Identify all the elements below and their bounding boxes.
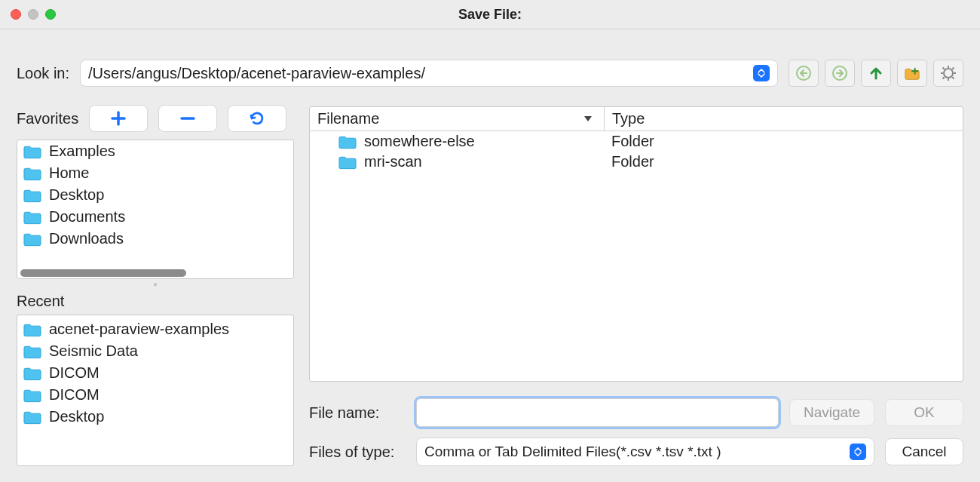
list-item-label: acenet-paraview-examples — [49, 321, 229, 338]
list-item[interactable]: Desktop — [17, 406, 293, 428]
list-item-label: DICOM — [49, 364, 100, 382]
table-row[interactable]: mri-scanFolder — [310, 152, 963, 172]
folder-icon — [23, 322, 41, 337]
dropdown-icon[interactable] — [850, 444, 866, 460]
list-item[interactable]: acenet-paraview-examples — [17, 318, 293, 340]
ok-button-label: OK — [914, 404, 934, 421]
favorites-remove-button[interactable] — [158, 105, 217, 132]
filetype-combo[interactable]: Comma or Tab Delimited Files(*.csv *.tsv… — [416, 437, 874, 466]
settings-button[interactable] — [933, 60, 963, 87]
folder-icon — [23, 210, 41, 225]
filename-input[interactable] — [416, 398, 779, 427]
titlebar: Save File: — [0, 0, 980, 29]
file-name: somewhere-else — [364, 133, 475, 150]
list-item[interactable]: Documents — [17, 206, 293, 228]
list-item-label: Home — [49, 164, 89, 182]
navigate-button-label: Navigate — [804, 404, 860, 421]
list-item[interactable]: DICOM — [17, 362, 293, 384]
recent-label: Recent — [17, 293, 294, 310]
splitter-handle[interactable]: ● — [17, 279, 294, 290]
file-name: mri-scan — [364, 153, 422, 170]
cancel-button-label: Cancel — [902, 444, 946, 460]
list-item-label: DICOM — [49, 386, 100, 404]
folder-icon — [23, 188, 41, 203]
folder-icon — [338, 134, 357, 149]
lookin-label: Look in: — [17, 65, 69, 82]
folder-icon — [23, 144, 41, 159]
favorites-refresh-button[interactable] — [228, 105, 286, 132]
list-item[interactable]: Downloads — [17, 228, 293, 250]
new-folder-button[interactable] — [897, 60, 927, 87]
table-row[interactable]: somewhere-elseFolder — [310, 131, 963, 152]
list-item-label: Desktop — [49, 186, 104, 204]
filename-label: File name: — [309, 404, 406, 422]
folder-icon — [338, 155, 357, 170]
list-item[interactable]: Examples — [17, 140, 293, 162]
favorites-label: Favorites — [17, 110, 78, 127]
scrollbar-horizontal[interactable] — [20, 269, 186, 277]
minimize-window-icon — [28, 9, 38, 20]
list-item-label: Examples — [49, 143, 115, 160]
column-header-filename-label: Filename — [317, 110, 379, 127]
list-item-label: Documents — [49, 208, 125, 226]
column-header-type-label: Type — [612, 110, 645, 127]
list-item[interactable]: Seismic Data — [17, 340, 293, 362]
column-header-filename[interactable]: Filename — [310, 107, 604, 130]
folder-icon — [23, 388, 41, 403]
lookin-combo[interactable]: /Users/angus/Desktop/acenet-paraview-exa… — [80, 60, 778, 87]
sort-desc-icon — [584, 116, 592, 121]
filetype-label: Files of type: — [309, 444, 406, 461]
zoom-window-icon[interactable] — [45, 9, 56, 20]
dropdown-icon[interactable] — [753, 65, 770, 81]
folder-icon — [23, 410, 41, 425]
folder-icon — [23, 366, 41, 381]
navigate-button[interactable]: Navigate — [789, 399, 874, 426]
window-title: Save File: — [0, 7, 980, 23]
folder-icon — [23, 166, 41, 181]
filetype-value: Comma or Tab Delimited Files(*.csv *.tsv… — [424, 444, 721, 460]
recent-list[interactable]: acenet-paraview-examplesSeismic DataDICO… — [17, 315, 294, 466]
file-list[interactable]: Filename Type somewhere-elseFoldermri-sc… — [309, 106, 963, 382]
close-window-icon[interactable] — [11, 9, 21, 20]
nav-up-button[interactable] — [861, 60, 891, 87]
favorites-add-button[interactable] — [89, 105, 148, 132]
column-header-type[interactable]: Type — [604, 107, 963, 130]
folder-icon — [23, 232, 41, 247]
nav-forward-button[interactable] — [825, 60, 855, 87]
list-item-label: Downloads — [49, 230, 124, 247]
lookin-path: /Users/angus/Desktop/acenet-paraview-exa… — [88, 65, 749, 82]
ok-button[interactable]: OK — [885, 399, 963, 426]
list-item-label: Seismic Data — [49, 342, 138, 360]
folder-icon — [23, 344, 41, 359]
file-type: Folder — [611, 133, 654, 150]
list-item[interactable]: Home — [17, 162, 293, 184]
list-item-label: Desktop — [49, 408, 104, 425]
list-item[interactable]: DICOM — [17, 384, 293, 406]
favorites-list[interactable]: ExamplesHomeDesktopDocumentsDownloads — [17, 140, 294, 279]
cancel-button[interactable]: Cancel — [885, 438, 963, 465]
list-item[interactable]: Desktop — [17, 184, 293, 206]
file-type: Folder — [611, 153, 654, 170]
nav-back-button[interactable] — [789, 60, 819, 87]
